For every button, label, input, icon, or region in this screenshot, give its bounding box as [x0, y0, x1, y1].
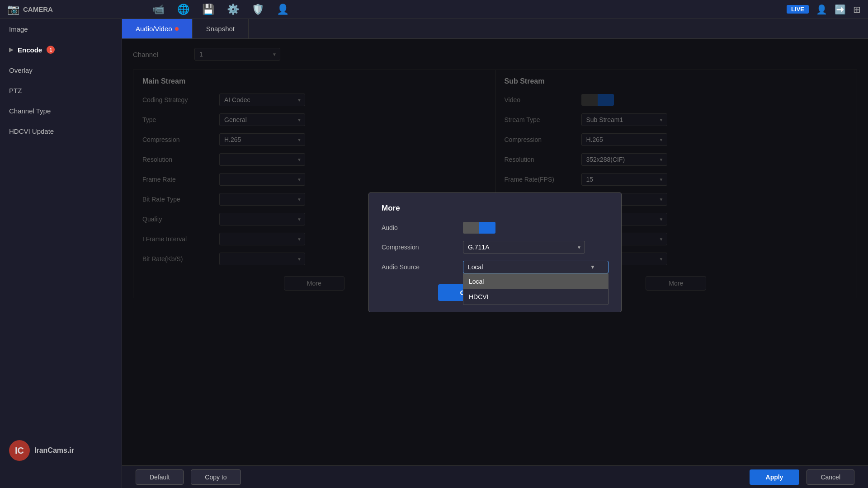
- top-bar: 📷 CAMERA 📹 🌐 💾 ⚙️ 🛡️ 👤 LIVE 👤 ➡️ ⊞: [0, 0, 868, 19]
- audio-source-dropdown-wrap: Local ▼ Local HDCVI: [463, 261, 609, 273]
- tab-audio-video-dot: [175, 27, 179, 31]
- sidebar-item-ptz[interactable]: PTZ: [0, 80, 122, 101]
- modal-audio-source-row: Audio Source Local ▼ Local HDCVI: [382, 261, 609, 273]
- modal-box: More Audio Compression: [368, 192, 622, 312]
- sidebar-arrow: ▶: [9, 47, 13, 53]
- modal-compression-label: Compression: [382, 244, 463, 251]
- audio-source-dropdown[interactable]: Local ▼: [463, 261, 609, 273]
- cancel-button[interactable]: Cancel: [807, 469, 854, 485]
- storage-icon[interactable]: 💾: [202, 4, 214, 15]
- sidebar-item-image[interactable]: Image: [0, 19, 122, 39]
- modal-overlay: More Audio Compression: [122, 39, 868, 465]
- sidebar: Image ▶ Encode 1 Overlay PTZ Channel Typ…: [0, 19, 122, 488]
- modal-audio-source-label: Audio Source: [382, 263, 463, 271]
- camera-icon: 📷: [7, 4, 19, 15]
- sidebar-item-label: Encode: [18, 46, 42, 54]
- top-bar-icons: 📹 🌐 💾 ⚙️ 🛡️ 👤: [152, 4, 289, 15]
- tab-snapshot[interactable]: Snapshot: [193, 19, 249, 38]
- modal-compression-select[interactable]: G.711A: [463, 241, 585, 253]
- modal-compression-value: G.711A: [463, 241, 609, 253]
- sidebar-item-encode[interactable]: ▶ Encode 1: [0, 39, 122, 60]
- tab-audio-video[interactable]: Audio/Video: [122, 19, 193, 38]
- apply-button[interactable]: Apply: [750, 469, 800, 485]
- sidebar-item-label: PTZ: [9, 87, 22, 94]
- modal-audio-label: Audio: [382, 224, 463, 231]
- sidebar-item-hdcvi-update[interactable]: HDCVI Update: [0, 121, 122, 141]
- modal-compression-row: Compression G.711A: [382, 241, 609, 253]
- dropdown-option-local[interactable]: Local: [463, 274, 608, 289]
- sidebar-item-label: Channel Type: [9, 107, 51, 115]
- main-layout: Image ▶ Encode 1 Overlay PTZ Channel Typ…: [0, 19, 868, 488]
- grid-icon[interactable]: ⊞: [853, 4, 861, 15]
- sidebar-item-label: HDCVI Update: [9, 127, 54, 135]
- default-button[interactable]: Default: [136, 469, 184, 485]
- copy-to-button[interactable]: Copy to: [191, 469, 241, 485]
- globe-icon[interactable]: 🌐: [177, 4, 189, 15]
- user-icon[interactable]: 👤: [816, 4, 827, 15]
- content-area: Audio/Video Snapshot Channel 1: [122, 19, 868, 488]
- tab-snapshot-label: Snapshot: [206, 25, 235, 33]
- dropdown-arrow-icon: ▼: [590, 264, 595, 270]
- audio-source-selected-value: Local: [468, 263, 483, 271]
- account-icon[interactable]: 👤: [277, 4, 289, 15]
- sidebar-item-overlay[interactable]: Overlay: [0, 60, 122, 80]
- encode-badge: 1: [47, 46, 55, 54]
- logo-area: IC IranCams.ir: [9, 440, 74, 461]
- audio-source-dropdown-list: Local HDCVI: [463, 273, 609, 305]
- settings-icon[interactable]: ⚙️: [227, 4, 239, 15]
- dropdown-option-hdcvi[interactable]: HDCVI: [463, 289, 608, 305]
- bottom-left: Default Copy to: [136, 469, 241, 485]
- logo-text: IranCams.ir: [34, 446, 74, 455]
- sidebar-item-channel-type[interactable]: Channel Type: [0, 101, 122, 121]
- modal-compression-select-wrap: G.711A: [463, 241, 585, 253]
- sidebar-item-label: Overlay: [9, 66, 33, 74]
- tab-audio-video-label: Audio/Video: [136, 25, 172, 33]
- main-content: Channel 1 Main Stream Coding Strategy: [122, 39, 868, 465]
- modal-title: More: [382, 204, 609, 213]
- live-badge: LIVE: [787, 5, 809, 14]
- tab-bar: Audio/Video Snapshot: [122, 19, 868, 39]
- logout-icon[interactable]: ➡️: [835, 4, 846, 15]
- sidebar-item-label: Image: [9, 25, 28, 33]
- modal-audio-toggle: [463, 222, 609, 234]
- audio-toggle-on[interactable]: [479, 222, 495, 234]
- camera-title: 📷 CAMERA: [7, 4, 53, 15]
- camera-label: CAMERA: [23, 5, 53, 13]
- audio-toggle-switch: [463, 222, 609, 234]
- shield-icon[interactable]: 🛡️: [252, 4, 264, 15]
- top-bar-right: LIVE 👤 ➡️ ⊞: [787, 4, 861, 15]
- bottom-right: Apply Cancel: [750, 469, 854, 485]
- audio-toggle-off[interactable]: [463, 222, 479, 234]
- video-icon[interactable]: 📹: [152, 4, 165, 15]
- modal-audio-row: Audio: [382, 222, 609, 234]
- logo-icon: IC: [9, 440, 30, 461]
- bottom-bar: Default Copy to Apply Cancel: [122, 465, 868, 488]
